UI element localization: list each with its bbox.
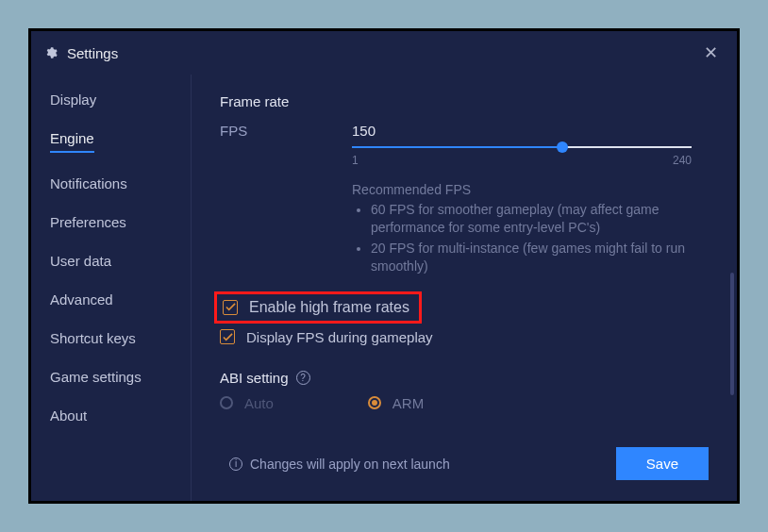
- titlebar: Settings ✕: [31, 31, 737, 75]
- chk-display-fps-label: Display FPS during gameplay: [246, 329, 433, 345]
- recommended-list: 60 FPS for smoother gameplay (may affect…: [352, 201, 710, 275]
- scrollbar[interactable]: [730, 273, 734, 395]
- slider-track: [352, 146, 692, 148]
- abi-title-row: ABI setting ?: [220, 370, 710, 386]
- highlight-box: Enable high frame rates: [214, 291, 422, 324]
- sidebar-item-advanced[interactable]: Advanced: [50, 291, 113, 308]
- fps-value: 150: [352, 123, 710, 139]
- check-icon: [223, 332, 233, 342]
- slider-thumb[interactable]: [557, 141, 568, 153]
- save-button[interactable]: Save: [616, 447, 709, 480]
- checkbox-high-frame[interactable]: [223, 300, 238, 315]
- window-title: Settings: [67, 45, 118, 61]
- fps-label: FPS: [220, 123, 352, 139]
- chk-high-frame-label: Enable high frame rates: [249, 299, 409, 316]
- abi-radio-row: Auto ARM: [220, 395, 710, 411]
- frame-rate-title: Frame rate: [220, 93, 710, 109]
- close-icon[interactable]: ✕: [698, 41, 724, 65]
- sidebar-item-about[interactable]: About: [50, 407, 87, 424]
- check-icon: [225, 302, 236, 312]
- gear-icon: [44, 46, 58, 59]
- settings-window: Settings ✕ Display Engine Notifications …: [28, 28, 740, 504]
- info-icon: i: [229, 457, 242, 471]
- help-icon[interactable]: ?: [296, 371, 310, 385]
- sidebar-item-notifications[interactable]: Notifications: [50, 175, 127, 191]
- chk-display-fps-row: Display FPS during gameplay: [220, 329, 710, 345]
- fps-col: 150 1 240 Recommended FPS 60 FPS fo: [352, 123, 710, 278]
- slider-fill: [352, 146, 562, 148]
- radio-circle[interactable]: [368, 396, 381, 409]
- radio-dot: [372, 400, 377, 406]
- reco-item: 60 FPS for smoother gameplay (may affect…: [371, 201, 710, 237]
- radio-arm-label: ARM: [392, 395, 424, 411]
- fps-row: FPS 150 1 240 Recommended FPS: [220, 123, 710, 278]
- abi-title: ABI setting: [220, 370, 289, 386]
- sidebar-item-shortcut-keys[interactable]: Shortcut keys: [50, 330, 136, 346]
- slider-min: 1: [352, 154, 359, 167]
- sidebar-item-engine[interactable]: Engine: [50, 130, 94, 153]
- radio-auto-label: Auto: [244, 395, 274, 411]
- slider-max: 240: [673, 154, 692, 167]
- fps-slider[interactable]: 1 240: [352, 146, 692, 167]
- footer: i Changes will apply on next launch Save: [220, 434, 709, 501]
- sidebar-item-display[interactable]: Display: [50, 91, 96, 108]
- sidebar-item-preferences[interactable]: Preferences: [50, 214, 126, 230]
- recommended-fps-title: Recommended FPS: [352, 182, 710, 197]
- radio-arm[interactable]: ARM: [368, 395, 424, 411]
- radio-auto[interactable]: Auto: [220, 395, 274, 411]
- reco-item: 20 FPS for multi-instance (few games mig…: [371, 240, 710, 275]
- sidebar-item-game-settings[interactable]: Game settings: [50, 369, 142, 385]
- radio-circle[interactable]: [220, 396, 233, 409]
- checkbox-display-fps[interactable]: [220, 329, 235, 344]
- footer-text: Changes will apply on next launch: [250, 457, 616, 472]
- sidebar: Display Engine Notifications Preferences…: [31, 75, 192, 501]
- slider-labels: 1 240: [352, 154, 692, 167]
- sidebar-item-user-data[interactable]: User data: [50, 253, 111, 269]
